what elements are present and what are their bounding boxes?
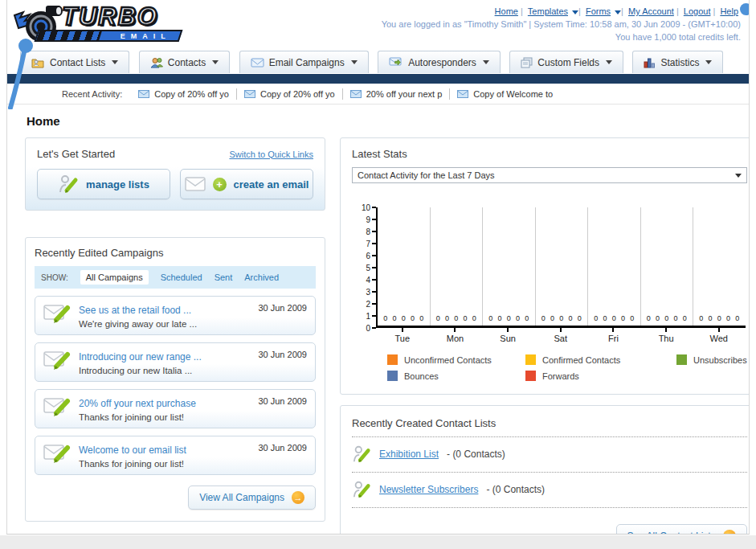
chevron-down-icon bbox=[212, 60, 219, 64]
campaign-date: 30 Jun 2009 bbox=[258, 442, 307, 453]
nav-separator: | bbox=[713, 6, 715, 16]
chart-y-tick: 8 bbox=[366, 227, 376, 236]
tab-custom-fields[interactable]: Custom Fields bbox=[509, 51, 623, 73]
contact-list-row[interactable]: Newsletter Subscribers - (0 Contacts) bbox=[352, 473, 747, 508]
nav-separator: | bbox=[578, 6, 581, 16]
manage-lists-button[interactable]: manage lists bbox=[37, 169, 170, 199]
campaigns-panel: Recently Edited Campaigns SHOW: All Camp… bbox=[25, 237, 325, 522]
get-started-panel: Let's Get Started Switch to Quick Links bbox=[25, 137, 325, 211]
campaign-row[interactable]: See us at the retail food ... We're givi… bbox=[35, 296, 316, 335]
legend-item: Bounces bbox=[387, 371, 525, 381]
chart-legend: Unconfirmed ContactsConfirmed ContactsUn… bbox=[387, 354, 747, 381]
view-all-campaigns-label: View All Campaigns bbox=[199, 492, 284, 503]
nav-link-help[interactable]: Help bbox=[720, 6, 738, 16]
chart-x-label: Thu bbox=[640, 328, 693, 343]
login-info: You are logged in as "Timothy Smith" | S… bbox=[382, 18, 741, 31]
chart-y-tick: 5 bbox=[366, 263, 376, 272]
header-utility: Home| Templates| Forms| My Account| Logo… bbox=[382, 5, 741, 43]
latest-stats-panel: Latest Stats Contact Activity for the La… bbox=[340, 137, 750, 395]
legend-swatch bbox=[387, 354, 398, 365]
recent-activity-item[interactable]: Copy of 20% off yo bbox=[138, 89, 229, 99]
campaign-subtitle: Introducing our new Italia ... bbox=[79, 366, 250, 375]
recent-activity-text: Copy of 20% off yo bbox=[154, 89, 229, 99]
utility-nav: Home| Templates| Forms| My Account| Logo… bbox=[382, 5, 741, 18]
recent-activity-item[interactable]: Copy of 20% off yo bbox=[244, 89, 335, 99]
nav-link-forms[interactable]: Forms bbox=[586, 6, 611, 16]
campaign-row[interactable]: Introducing our new range ... Introducin… bbox=[35, 342, 316, 382]
create-email-button[interactable]: + create an email bbox=[180, 169, 313, 199]
campaign-row[interactable]: 20% off your next purchase Thanks for jo… bbox=[35, 389, 316, 428]
chart-day-group: 00000 bbox=[482, 207, 535, 326]
chart-day-group: 00000 bbox=[430, 207, 483, 326]
see-all-contact-lists-label: See All Contact Lists bbox=[627, 531, 716, 535]
chart-y-tick: 6 bbox=[366, 251, 376, 260]
corner-dot-decoration bbox=[740, 3, 750, 15]
tab-autoresponders[interactable]: Autoresponders bbox=[378, 51, 501, 73]
plus-icon: + bbox=[213, 178, 227, 191]
logo-stripes bbox=[36, 31, 102, 40]
envelope-icon bbox=[350, 90, 362, 98]
recent-activity-label: Recent Activity: bbox=[62, 89, 122, 99]
pages-icon bbox=[521, 57, 533, 68]
main-nav: Contact Lists Contacts Email Campaigns bbox=[7, 48, 749, 74]
chart-x-label: Mon bbox=[429, 328, 482, 343]
legend-swatch bbox=[525, 371, 536, 381]
create-email-label: create an email bbox=[234, 178, 309, 191]
envelope-pencil-icon bbox=[43, 302, 71, 324]
tab-label: Contact Lists bbox=[50, 57, 105, 68]
contact-list-link[interactable]: Newsletter Subscribers bbox=[379, 484, 478, 495]
tab-statistics[interactable]: Statistics bbox=[632, 51, 723, 73]
stats-period-select[interactable]: Contact Activity for the Last 7 Days bbox=[352, 167, 747, 183]
recent-activity-item[interactable]: 20% off your next p bbox=[350, 89, 443, 99]
recent-activity-item[interactable]: Copy of Welcome to bbox=[457, 89, 553, 99]
recent-activity-text: Copy of 20% off yo bbox=[260, 89, 335, 99]
tab-email-campaigns[interactable]: Email Campaigns bbox=[239, 51, 369, 73]
envelope-icon bbox=[251, 58, 264, 68]
campaign-title-link[interactable]: Introducing our new range ... bbox=[79, 351, 202, 363]
filter-all-campaigns[interactable]: All Campaigns bbox=[80, 270, 149, 285]
envelope-icon bbox=[457, 90, 468, 98]
chevron-down-icon bbox=[606, 60, 612, 64]
chart-day-group: 00000 bbox=[587, 207, 640, 326]
nav-separator: | bbox=[676, 6, 679, 16]
contact-list-link[interactable]: Exhibition List bbox=[379, 449, 439, 460]
envelope-icon bbox=[185, 177, 206, 191]
nav-link-templates[interactable]: Templates bbox=[528, 6, 568, 16]
contact-list-row[interactable]: Exhibition List - (0 Contacts) bbox=[352, 437, 747, 473]
contact-list-count: - (0 Contacts) bbox=[447, 449, 505, 460]
chart-y-tick: 7 bbox=[366, 239, 376, 248]
see-all-contact-lists-button[interactable]: See All Contact Lists → bbox=[616, 524, 747, 535]
campaign-date: 30 Jun 2009 bbox=[258, 302, 307, 313]
campaigns-title: Recently Edited Campaigns bbox=[35, 247, 316, 259]
tab-contact-lists[interactable]: Contact Lists bbox=[20, 51, 129, 73]
nav-link-logout[interactable]: Logout bbox=[684, 6, 711, 16]
campaign-title-link[interactable]: See us at the retail food ... bbox=[79, 305, 191, 316]
tab-label: Email Campaigns bbox=[269, 57, 345, 68]
filter-archived[interactable]: Archived bbox=[244, 272, 279, 282]
person-pencil-icon bbox=[352, 444, 371, 465]
contact-activity-chart: 012345678910 000000000000000000000000000… bbox=[355, 207, 746, 343]
campaign-title-link[interactable]: Welcome to our email list bbox=[79, 445, 186, 456]
envelope-icon bbox=[244, 90, 255, 98]
show-label: SHOW: bbox=[41, 273, 68, 282]
filter-scheduled[interactable]: Scheduled bbox=[161, 272, 202, 282]
chart-plot: 00000000000000000000000000000000000 bbox=[376, 207, 746, 328]
content-frame: TURBO EMAIL Home| Templates| Forms| My A… bbox=[6, 0, 750, 535]
envelope-pencil-icon bbox=[43, 349, 71, 371]
view-all-campaigns-button[interactable]: View All Campaigns → bbox=[188, 485, 316, 510]
nav-link-home[interactable]: Home bbox=[495, 6, 518, 16]
chart-y-tick: 2 bbox=[366, 299, 376, 309]
chevron-down-icon bbox=[705, 60, 712, 64]
nav-link-my-account[interactable]: My Account bbox=[628, 6, 674, 16]
filter-sent[interactable]: Sent bbox=[215, 272, 233, 282]
tab-contacts[interactable]: Contacts bbox=[139, 51, 230, 73]
campaign-row[interactable]: Welcome to our email list Thanks for joi… bbox=[35, 436, 316, 475]
campaign-title-link[interactable]: 20% off your next purchase bbox=[79, 398, 196, 409]
page: TURBO EMAIL Home| Templates| Forms| My A… bbox=[0, 0, 756, 549]
campaign-filter-bar: SHOW: All Campaigns Scheduled Sent Archi… bbox=[35, 266, 316, 289]
right-column: Latest Stats Contact Activity for the La… bbox=[340, 137, 750, 535]
separator bbox=[342, 88, 343, 100]
campaign-subtitle: Thanks for joining our list! bbox=[79, 412, 250, 422]
switch-quick-links-link[interactable]: Switch to Quick Links bbox=[229, 150, 313, 159]
separator bbox=[449, 88, 450, 100]
